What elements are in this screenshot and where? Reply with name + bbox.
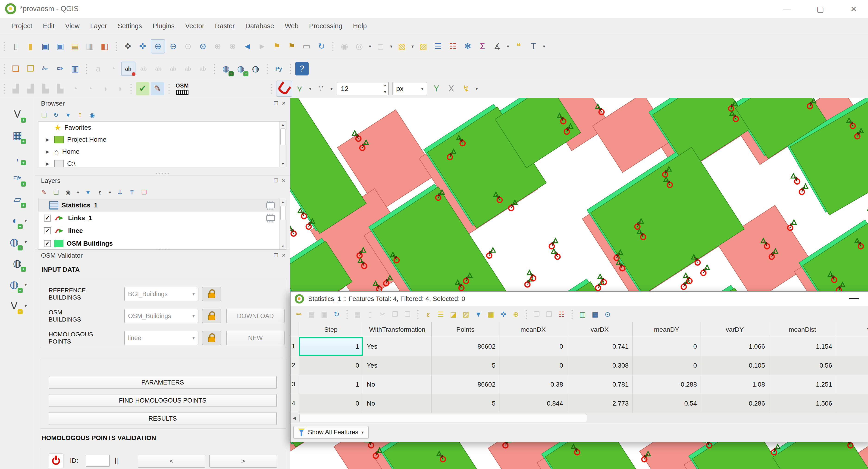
menu-item-processing[interactable]: Processing: [304, 22, 347, 30]
scroll-up-icon[interactable]: ▲: [280, 122, 286, 128]
attr-select-by-expression[interactable]: ε: [423, 309, 434, 320]
cell-vardx[interactable]: 2.773: [567, 394, 632, 413]
validator-close-icon[interactable]: ✕: [282, 253, 286, 258]
parameters-button[interactable]: PARAMETERS: [49, 376, 277, 389]
cell-points[interactable]: 86602: [432, 337, 499, 356]
layer-item-statistics-1[interactable]: Statistics_1: [38, 199, 286, 212]
snapping-mode[interactable]: ⋎: [293, 82, 306, 95]
add-layer-shortcut[interactable]: ❏: [9, 62, 23, 75]
snapping-units[interactable]: px▾: [393, 82, 427, 95]
cell-meandx[interactable]: 0.38: [499, 375, 567, 394]
scrollbar-thumb[interactable]: [299, 414, 587, 422]
new-spatialite-layer[interactable]: ✑: [54, 62, 67, 75]
new-button[interactable]: NEW: [226, 331, 284, 345]
browser-float-icon[interactable]: ❐: [274, 100, 279, 106]
layers-remove[interactable]: ❐: [140, 188, 149, 197]
browser-collapse-all[interactable]: ↥: [75, 111, 85, 120]
snapping-mode-dropdown[interactable]: ▾: [307, 82, 313, 95]
cell-step[interactable]: 0: [299, 394, 363, 413]
validation-power-button[interactable]: [49, 454, 63, 468]
layers-scrollbar[interactable]: ▲▼: [279, 199, 286, 249]
layer-item-linee[interactable]: ✓linee: [38, 224, 286, 237]
pan-to-selection[interactable]: ✜: [136, 39, 149, 53]
close-icon[interactable]: ✕: [848, 4, 859, 14]
tracing[interactable]: ↯: [459, 82, 473, 95]
cell-meandy[interactable]: 0: [632, 356, 701, 375]
add-postgis-layer-dropdown[interactable]: ▾: [23, 214, 29, 227]
cell-va[interactable]: [836, 356, 868, 375]
add-wfs-layer[interactable]: ◍+: [6, 277, 22, 292]
snapping-type-dropdown[interactable]: ▾: [328, 82, 335, 95]
add-wfs-layer-dropdown[interactable]: ▾: [23, 278, 29, 291]
next-point-button[interactable]: >: [209, 455, 277, 468]
attribute-table-titlebar[interactable]: Statistics_1 :: Features Total: 4, Filte…: [290, 292, 868, 306]
browser-filter[interactable]: ▼: [63, 111, 73, 120]
find-homologous-points-button[interactable]: FIND HOMOLOGOUS POINTS: [49, 394, 277, 407]
browser-item-c-[interactable]: ▶C:\: [38, 158, 286, 167]
browser-refresh[interactable]: ↻: [52, 111, 61, 120]
new-bookmark[interactable]: ⚑: [270, 39, 284, 53]
snapping-on-intersection[interactable]: X: [444, 82, 458, 95]
measure-dropdown[interactable]: ▾: [505, 39, 511, 53]
osm-buildings-lock-button[interactable]: [202, 309, 221, 323]
layers-close-icon[interactable]: ✕: [282, 178, 286, 184]
menu-item-raster[interactable]: Raster: [210, 22, 240, 30]
cell-step[interactable]: 0: [299, 356, 363, 375]
previous-point-button[interactable]: <: [138, 455, 205, 468]
layers-filter-expression[interactable]: ε: [95, 188, 105, 197]
cell-vardx[interactable]: 0.308: [567, 356, 632, 375]
cell-vardy[interactable]: 1.066: [701, 337, 769, 356]
menu-item-edit[interactable]: Edit: [37, 22, 60, 30]
help-contents[interactable]: ?: [295, 62, 309, 75]
show-all-features-button[interactable]: Show All Features ▾: [293, 426, 369, 439]
expander-icon[interactable]: ▶: [44, 137, 51, 143]
topological-editing[interactable]: Y: [430, 82, 443, 95]
cell-meandx[interactable]: 0.844: [499, 394, 567, 413]
new-memory-layer[interactable]: ▥: [68, 62, 82, 75]
add-raster-layer[interactable]: ▦+: [10, 128, 25, 143]
snapping-type[interactable]: ∵: [314, 82, 328, 95]
pan-map[interactable]: ✥: [121, 39, 134, 53]
cell-points[interactable]: 86602: [432, 375, 499, 394]
attr-move-selection-top[interactable]: ▦: [485, 309, 496, 320]
layer-item-links-1[interactable]: ✓Links_1: [38, 212, 286, 224]
cell-vardx[interactable]: 0.781: [567, 375, 632, 394]
menu-item-view[interactable]: View: [60, 22, 85, 30]
layer-labeling-options[interactable]: ab: [121, 62, 135, 76]
column-header-vardx[interactable]: varDX: [567, 322, 632, 337]
style-manager[interactable]: ◧: [98, 39, 112, 53]
menu-item-database[interactable]: Database: [240, 22, 279, 30]
attr-conditional-format[interactable]: ▥: [577, 309, 588, 320]
project-new[interactable]: ▯: [9, 39, 23, 53]
attr-field-calculator[interactable]: ☷: [556, 309, 567, 320]
maximize-icon[interactable]: ▢: [815, 4, 826, 14]
field-calculator[interactable]: ☷: [446, 39, 460, 53]
id-input[interactable]: [86, 455, 110, 467]
menu-item-help[interactable]: Help: [348, 22, 372, 30]
project-open[interactable]: ▮: [24, 39, 37, 53]
spinner-arrows-icon[interactable]: ▲▼: [383, 83, 387, 94]
layers-manage-visibility-dropdown[interactable]: ▾: [75, 186, 81, 199]
table-row[interactable]: 20Yes500.30800.1050.56: [290, 356, 868, 375]
expander-icon[interactable]: ▶: [44, 161, 51, 166]
new-virtual-layer[interactable]: V+: [6, 298, 22, 313]
project-save[interactable]: ▣: [39, 39, 52, 53]
deselect-all[interactable]: ▨: [416, 39, 430, 53]
horizontal-scrollbar[interactable]: ◀: [290, 413, 868, 423]
cell-meandist[interactable]: 0.56: [769, 356, 836, 375]
new-shapefile-layer[interactable]: ✁: [39, 62, 52, 75]
cell-meandy[interactable]: 0: [632, 337, 701, 356]
cell-va[interactable]: [836, 394, 868, 413]
datasource-manager-vector[interactable]: V+: [10, 106, 25, 122]
attr-zoom-to-selection[interactable]: ⊕: [510, 309, 521, 320]
cell-withtransformation[interactable]: No: [363, 394, 432, 413]
snapping-toggle[interactable]: [276, 81, 292, 97]
osm-place-search[interactable]: ◍+: [219, 62, 233, 75]
menu-item-layer[interactable]: Layer: [85, 22, 113, 30]
homologous-points-lock-button[interactable]: [202, 331, 221, 345]
browser-add-selected-layers[interactable]: ❏: [39, 111, 49, 120]
select-features-dropdown[interactable]: ▾: [388, 39, 395, 53]
osm-validator-plugin[interactable]: OSM: [173, 81, 191, 96]
download-button[interactable]: DOWNLOAD: [226, 309, 284, 323]
attr-invert-selection[interactable]: ◪: [448, 309, 459, 320]
